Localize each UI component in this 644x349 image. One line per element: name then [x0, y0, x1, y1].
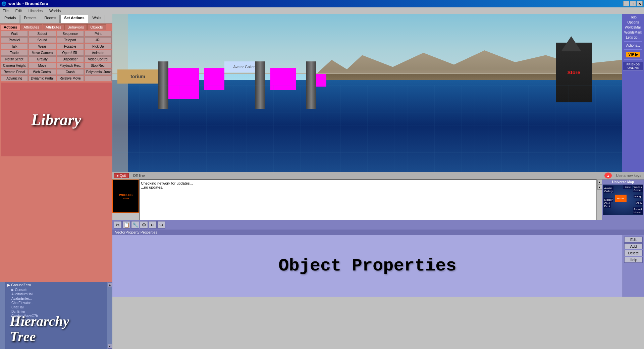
action-notify-script[interactable]: Notify Script [1, 56, 28, 62]
action-dispenser[interactable]: Dispenser [57, 56, 84, 62]
action-open-url[interactable]: Open URL [57, 50, 84, 56]
tab-actions[interactable]: Actions [1, 24, 20, 30]
tree-child-chatelevator[interactable]: ChatElevator... [7, 301, 106, 305]
action-sound[interactable]: Sound [29, 37, 56, 43]
tab-attributes-1[interactable]: Attributes [20, 24, 42, 30]
action-camera-height[interactable]: Camera Height [1, 63, 28, 68]
tab-objects[interactable]: Objects [87, 24, 106, 30]
quit-button[interactable]: ● Quit [114, 173, 129, 178]
chat-text-area[interactable]: Checking network for updates... ...no up… [139, 180, 597, 220]
action-move[interactable]: Move [29, 63, 56, 68]
friends-online[interactable]: FRIENDS ONLINE [623, 62, 643, 70]
hierarchy-right-scroll[interactable]: ▲ ▼ [107, 282, 112, 349]
umap-hang[interactable]: Hang [634, 195, 641, 198]
action-pickup[interactable]: Pick Up [85, 44, 112, 49]
action-teleport[interactable]: Teleport [57, 37, 84, 43]
chat-scrollbar[interactable]: ▲ ▼ [597, 180, 602, 220]
tab-rooms[interactable]: Rooms [41, 15, 60, 23]
menu-libraries[interactable]: Libraries [27, 8, 44, 13]
umap-chat-deck[interactable]: ChatDeck [604, 201, 611, 208]
sidebar-divider-2 [624, 49, 642, 50]
sidebar-worldsmail[interactable]: WorldsMail [623, 26, 643, 29]
umap-avatar-gallery[interactable]: AvatarGallery [604, 186, 613, 193]
tree-child-avatar[interactable]: AvatarEnter... [7, 296, 106, 301]
props-help-btn[interactable]: Help [624, 257, 643, 263]
action-stop-rec[interactable]: Stop Rec. [85, 63, 112, 68]
tree-child-console[interactable]: ▶ Console [7, 288, 106, 292]
tree-root-groundzero[interactable]: ▶ GroundZero [7, 283, 106, 288]
scroll-up-btn[interactable]: ▲ [597, 180, 602, 185]
toolbar-btn-4[interactable]: ⚙ [140, 221, 148, 229]
toolbar-btn-5[interactable]: ↩ [149, 221, 157, 229]
toolbar-btn-1[interactable]: ✂ [114, 221, 122, 229]
tree-child-auditorium[interactable]: AuditoriumHall [7, 292, 106, 296]
action-video-control[interactable]: Video Control [85, 56, 112, 62]
tab-portals[interactable]: Portals [1, 15, 19, 23]
action-stdout[interactable]: Stdout [29, 31, 56, 37]
sidebar-actions[interactable]: Actions... [623, 44, 643, 47]
tab-set-actions[interactable]: Set Actions [60, 15, 88, 23]
props-edit-btn[interactable]: Edit [624, 237, 643, 243]
sidebar-lets-go[interactable]: Let's go... [623, 36, 643, 39]
top-tabs: Portals Presets Rooms Set Actions Walls [0, 14, 112, 23]
action-relative-move[interactable]: Relative Move [57, 76, 84, 81]
right-sidebar: Help Options WorldsMail WorldsMark Let's… [622, 14, 644, 172]
menu-edit[interactable]: Edit [14, 8, 23, 13]
sidebar-worldsmark[interactable]: WorldsMark [623, 31, 643, 34]
action-advancing[interactable]: Advancing [1, 76, 28, 81]
props-delete-btn[interactable]: Delete [624, 250, 643, 256]
action-remote-portal[interactable]: Remote Portal [1, 69, 28, 75]
umap-worlds-center[interactable]: WorldsCenter [633, 185, 643, 192]
minimize-button[interactable]: — [623, 1, 629, 6]
tab-presets[interactable]: Presets [20, 15, 40, 23]
action-web-control[interactable]: Web Control [29, 69, 56, 75]
tab-attributes-2[interactable]: Attributes [43, 24, 64, 30]
action-posable[interactable]: Posable [57, 44, 84, 49]
umap-meteor[interactable]: Meteor [604, 198, 613, 202]
titlebar-left: 🌐 worlds - GroundZero [1, 1, 48, 6]
action-animate[interactable]: Animate [85, 50, 112, 56]
action-crash[interactable]: Crash [57, 69, 84, 75]
status-text: Off-line [130, 173, 603, 178]
tab-walls[interactable]: Walls [89, 15, 105, 23]
toolbar-btn-3[interactable]: 🔧 [131, 221, 139, 229]
toolbar-btn-6[interactable]: ↪ [157, 221, 165, 229]
scroll-down-btn[interactable]: ▼ [597, 185, 602, 190]
actions-tabs: Actions Attributes Attributes Behaviors … [1, 24, 112, 30]
action-parallel[interactable]: Parallel [1, 37, 28, 43]
chat-message-1: Checking network for updates... [141, 181, 595, 185]
mic-button[interactable]: ▲ [604, 172, 612, 179]
action-wear[interactable]: Wear [29, 44, 56, 49]
menu-worlds[interactable]: Worlds [48, 8, 62, 13]
maximize-button[interactable]: □ [630, 1, 636, 6]
action-url[interactable]: URL [85, 37, 112, 43]
action-move-camera[interactable]: Move Camera [29, 50, 56, 56]
sidebar-options[interactable]: Options [623, 20, 643, 24]
umap-club[interactable]: Club [636, 201, 642, 205]
props-buttons: Edit Add Delete Help [623, 235, 644, 297]
action-talk[interactable]: Talk [1, 44, 28, 49]
action-trade[interactable]: Trade [1, 50, 28, 56]
menu-file[interactable]: File [1, 8, 10, 13]
vip-badge[interactable]: VIP ▶ [626, 52, 640, 57]
properties-panel: VectorProperty Properties Object Propert… [112, 230, 644, 297]
action-polynomial-jump[interactable]: Polynomial Jump [85, 69, 112, 75]
3d-viewport[interactable]: torium Avatar Gallery Store [112, 14, 622, 172]
action-sequence[interactable]: Sequence [57, 31, 84, 37]
tab-behaviors[interactable]: Behaviors [64, 24, 87, 30]
tree-scroll-up[interactable]: ▲ [108, 282, 112, 287]
tree-child-chathall[interactable]: ChatHall [7, 305, 106, 309]
action-playback-rec[interactable]: Playback Rec. [57, 63, 84, 68]
hierarchy-left-scroll[interactable] [0, 282, 5, 349]
action-print[interactable]: Print [85, 31, 112, 37]
umap-home[interactable]: Home [623, 185, 631, 189]
action-dynamic-portal[interactable]: Dynamic Portal [29, 76, 56, 81]
toolbar-btn-2[interactable]: 📋 [122, 221, 130, 229]
sidebar-help[interactable]: Help [623, 15, 643, 19]
close-button[interactable]: ✕ [637, 1, 643, 6]
action-gravity[interactable]: Gravity [29, 56, 56, 62]
props-add-btn[interactable]: Add [624, 243, 643, 249]
umap-animal-house[interactable]: AnimalHouse [633, 207, 642, 214]
action-wait[interactable]: Wait [1, 31, 28, 37]
tree-scroll-down[interactable]: ▼ [108, 344, 112, 349]
